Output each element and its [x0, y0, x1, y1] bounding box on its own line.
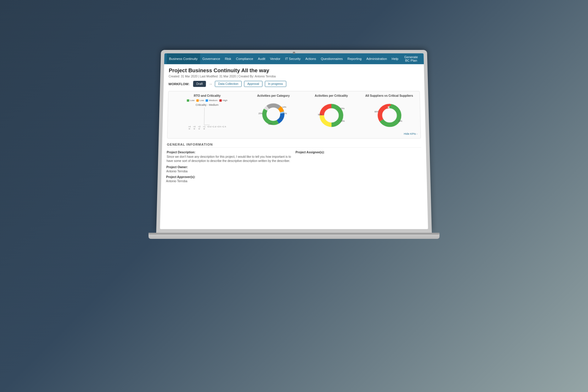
legend-low-orange-label: Low: [199, 99, 204, 102]
nav-it-security[interactable]: IT Security: [283, 53, 303, 64]
workflow-step-in-progress[interactable]: In progress: [265, 81, 286, 87]
owner-value: Antonio Terroba: [166, 170, 292, 173]
general-info-header: GENERAL INFORMATION: [167, 143, 421, 148]
legend-high: High: [219, 99, 228, 102]
legend-medium: Medium: [206, 99, 218, 102]
bar-chart-container: [204, 107, 210, 125]
laptop-container: Business Continuity Governance Risk Comp…: [126, 43, 462, 349]
bar-label-lt3d: <3 d: [207, 126, 211, 130]
general-info-grid: Project Description: Since we don't have…: [166, 151, 422, 185]
bar-label-gt4w: >4 w: [187, 126, 191, 130]
description-value: Since we don't have any description for …: [167, 155, 292, 163]
workflow-step-data-collection[interactable]: Data Collection: [215, 81, 242, 87]
activities-criticality-title: Activities per Criticality: [315, 94, 348, 97]
svg-text:14%: 14%: [282, 106, 286, 108]
suppliers-chart: All Suppliers vs Critical Suppliers 66% …: [362, 94, 417, 131]
nav-governance[interactable]: Governance: [200, 53, 223, 64]
activities-criticality-chart: Activities per Criticality 50% 25%: [304, 94, 359, 131]
nav-actions[interactable]: Actions: [303, 53, 318, 64]
bar-label-lt1w: <1 w: [202, 126, 206, 130]
bar-label-lt3h: <3 h: [217, 126, 221, 130]
rto-legend: Low Low Medium: [187, 99, 228, 102]
legend-low-green-label: Low: [190, 99, 194, 102]
screen-content: Business Continuity Governance Risk Comp…: [160, 53, 428, 229]
nav-risk[interactable]: Risk: [222, 53, 234, 64]
general-info-section: GENERAL INFORMATION Project Description:…: [166, 143, 422, 185]
criticality-label: Criticality - Medium: [196, 104, 219, 106]
nav-help[interactable]: Help: [389, 53, 401, 64]
legend-low-green: Low: [187, 99, 194, 102]
activities-criticality-svg: 50% 25% 25%: [313, 99, 349, 131]
bar-label-lt2w: <2 w: [197, 126, 202, 130]
workflow-label: WORKFLOW:: [168, 82, 190, 85]
nav-compliance[interactable]: Compliance: [233, 53, 255, 64]
page-title: Project Business Continuity All the way: [169, 68, 419, 74]
general-info-right: Project Assignee(s):: [296, 151, 422, 185]
rto-chart-title: RTO and Criticality: [194, 94, 221, 97]
svg-text:3%: 3%: [279, 117, 282, 119]
nav-audit[interactable]: Audit: [255, 53, 268, 64]
legend-high-label: High: [223, 99, 228, 102]
nav-reporting[interactable]: Reporting: [345, 53, 364, 64]
nav-vendor[interactable]: Vendor: [268, 53, 283, 64]
assignee-label: Project Assignee(s):: [296, 151, 421, 154]
bar-label-lt1d: <1 d: [212, 126, 216, 130]
kpi-grid: RTO and Criticality Low Low: [171, 94, 417, 131]
nav-questionnaires[interactable]: Questionnaires: [318, 53, 345, 64]
general-info-left: Project Description: Since we don't have…: [166, 151, 292, 185]
legend-medium-label: Medium: [209, 99, 217, 102]
laptop-screen: Business Continuity Governance Risk Comp…: [156, 50, 432, 233]
bar-lt3d: [207, 113, 207, 125]
svg-text:11%: 11%: [283, 112, 287, 115]
bar-labels: >4 w <4 w <2 w <1 w <3 d <1 d <3 h <1 h: [187, 126, 226, 130]
nav-administration[interactable]: Administration: [364, 53, 389, 64]
approver-label: Project Approver(s):: [166, 175, 292, 179]
svg-text:50%: 50%: [318, 114, 322, 116]
svg-text:25%: 25%: [340, 107, 345, 110]
description-label: Project Description:: [167, 151, 292, 154]
svg-text:33%: 33%: [398, 120, 402, 122]
laptop-camera: [293, 52, 295, 54]
suppliers-svg: 66% 33%: [371, 99, 408, 131]
workflow-row: WORKFLOW: Draft → Data Collection Approv…: [168, 81, 420, 87]
bar-label-lt1h: <1 h: [222, 126, 226, 130]
approver-value: Antonio Terroba: [166, 179, 292, 183]
activities-category-svg: 14% 11% 3% 22% 25%: [257, 99, 290, 128]
generate-bc-plan-button[interactable]: Generate BC Plan: [401, 54, 421, 64]
svg-text:66%: 66%: [375, 111, 379, 113]
workflow-step-draft[interactable]: Draft: [193, 81, 206, 87]
rto-chart: RTO and Criticality Low Low: [171, 94, 243, 130]
laptop-hinge: [149, 233, 439, 235]
hide-kpis-button[interactable]: Hide KPIs -: [171, 132, 418, 135]
kpi-section: RTO and Criticality Low Low: [167, 91, 421, 138]
nav-bar: Business Continuity Governance Risk Comp…: [164, 53, 424, 64]
svg-text:25%: 25%: [258, 112, 263, 115]
workflow-step-approval[interactable]: Approval: [244, 81, 262, 87]
main-content: Project Business Continuity All the way …: [160, 64, 428, 229]
laptop-base: [148, 233, 439, 239]
svg-text:22%: 22%: [268, 123, 273, 125]
activities-category-title: Activities per Category: [257, 94, 290, 97]
legend-low-orange: Low: [196, 99, 204, 102]
bar-label-lt4w: <4 w: [192, 126, 196, 130]
owner-label: Project Owner:: [166, 165, 292, 169]
svg-text:25%: 25%: [341, 120, 345, 122]
activities-category-chart: Activities per Category: [246, 94, 301, 128]
page-meta: Created: 31 Mar 2020 | Last Modified: 31…: [168, 75, 419, 78]
suppliers-chart-title: All Suppliers vs Critical Suppliers: [365, 94, 413, 97]
nav-business-continuity[interactable]: Business Continuity: [167, 53, 200, 64]
workflow-arrow-1: →: [208, 81, 213, 86]
